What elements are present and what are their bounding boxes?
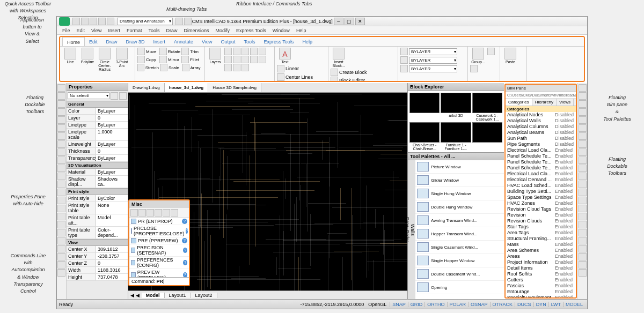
drawing-tab[interactable]: house_3d_1.dwg bbox=[165, 83, 208, 92]
bim-tab[interactable]: Categories bbox=[506, 99, 532, 106]
palette-side-tab[interactable]: Walls bbox=[410, 160, 415, 299]
status-toggle-ducs[interactable]: DUCS bbox=[515, 302, 533, 307]
toolbar-icon[interactable] bbox=[57, 108, 65, 116]
toolbar-icon[interactable] bbox=[579, 100, 587, 108]
layer-icon[interactable] bbox=[224, 64, 232, 71]
maximize-button[interactable]: ▢ bbox=[345, 18, 354, 25]
palette-item[interactable]: Opening bbox=[415, 281, 504, 294]
centerlines-icon[interactable] bbox=[277, 73, 284, 81]
toolbar-icon[interactable] bbox=[57, 132, 65, 140]
toolbar-icon[interactable] bbox=[579, 173, 587, 180]
toolbar-icon[interactable] bbox=[579, 140, 587, 148]
bim-category-row[interactable]: Panel Schedule Te...Enabled bbox=[506, 153, 576, 159]
insert-block-button[interactable]: Insert Block... bbox=[331, 48, 347, 68]
qat-icon[interactable] bbox=[184, 18, 192, 25]
palette-item[interactable]: Single Hung Window bbox=[415, 187, 504, 200]
toolbar-icon[interactable] bbox=[579, 165, 587, 172]
menu-file[interactable]: File bbox=[59, 26, 74, 34]
misc-icon[interactable] bbox=[138, 209, 146, 217]
bim-category-row[interactable]: FasciasEnabled bbox=[506, 283, 576, 289]
block-thumbnail[interactable]: arbol 3D bbox=[441, 93, 471, 121]
bim-category-row[interactable]: Project InformationEnabled bbox=[506, 259, 576, 265]
menu-modify[interactable]: Modify bbox=[212, 26, 233, 34]
menu-insert[interactable]: Insert bbox=[105, 26, 123, 34]
layers-button[interactable]: Layers bbox=[207, 48, 223, 64]
modify-array[interactable]: Array bbox=[182, 64, 203, 71]
drawing-tab[interactable]: Drawing1.dwg bbox=[128, 83, 165, 92]
ribbon-tab-express-tools[interactable]: Express Tools bbox=[260, 37, 298, 46]
ribbon-tab-insert[interactable]: Insert bbox=[149, 37, 170, 46]
minimize-button[interactable]: – bbox=[334, 18, 343, 25]
toolbar-icon[interactable] bbox=[579, 108, 587, 116]
toolbar-icon[interactable] bbox=[57, 213, 65, 220]
bim-category-row[interactable]: Roof SoffitsEnabled bbox=[506, 271, 576, 277]
util-icon[interactable] bbox=[470, 65, 478, 72]
status-toggle-otrack[interactable]: OTRACK bbox=[490, 302, 515, 307]
toolbar-icon[interactable] bbox=[57, 84, 65, 92]
bim-category-row[interactable]: Space Type SettingsEnabled bbox=[506, 195, 576, 200]
toolbar-icon[interactable] bbox=[579, 253, 587, 260]
status-toggle-osnap[interactable]: OSNAP bbox=[468, 302, 490, 307]
toolbar-icon[interactable] bbox=[579, 245, 587, 252]
create-block-Теicon[interactable] bbox=[331, 69, 338, 76]
toolbar-icon[interactable] bbox=[57, 124, 65, 132]
toolbar-icon[interactable] bbox=[579, 156, 587, 164]
bim-category-row[interactable]: EntourageEnabled bbox=[506, 289, 576, 295]
prop-row[interactable]: Thickness0 bbox=[67, 148, 128, 155]
block-thumbnail[interactable]: Chair-Breuer - Chair-Breue... bbox=[409, 122, 440, 151]
prop-row[interactable]: Print style tableNone bbox=[67, 202, 128, 214]
toolbar-icon[interactable] bbox=[57, 237, 65, 244]
modify-fillet[interactable]: Fillet bbox=[181, 56, 202, 63]
palette-item[interactable]: Double Hung Window bbox=[415, 200, 504, 214]
bim-category-row[interactable]: Analytical WallsDisabled bbox=[506, 118, 576, 124]
menu-help[interactable]: Help bbox=[293, 26, 310, 34]
bim-category-row[interactable]: MassEnabled bbox=[506, 242, 576, 248]
qat-redo-icon[interactable] bbox=[107, 18, 114, 25]
qat-new-icon[interactable] bbox=[72, 18, 80, 25]
cmd-suggestion[interactable]: PRE (PPREVIEW)? bbox=[129, 237, 189, 244]
block-thumbnail[interactable] bbox=[409, 93, 440, 121]
prop-row[interactable]: Width1188.3016 bbox=[67, 267, 128, 274]
bim-category-row[interactable]: Electrical Load Cla...Enabled bbox=[506, 147, 576, 153]
layer-icon[interactable] bbox=[233, 64, 240, 71]
prop-row[interactable]: LinetypeByLayer bbox=[67, 122, 128, 129]
layer-icon[interactable] bbox=[259, 56, 266, 63]
selection-combo[interactable]: No selecti bbox=[68, 92, 109, 99]
toolbar-icon[interactable] bbox=[57, 253, 65, 260]
block-thumbnail[interactable] bbox=[472, 122, 502, 151]
prop-row[interactable]: ColorByLayer bbox=[67, 108, 128, 115]
layout-tab[interactable]: Layout2 bbox=[191, 293, 217, 298]
toolbar-icon[interactable] bbox=[579, 269, 587, 277]
palette-item[interactable]: Picture Window bbox=[415, 160, 504, 174]
lineweight-combo[interactable]: BYLAYER bbox=[409, 57, 457, 64]
prop-group[interactable]: 3D Visualisation bbox=[67, 162, 128, 169]
props-icon[interactable] bbox=[119, 92, 127, 100]
ribbon-tab-draw[interactable]: Draw bbox=[102, 37, 122, 46]
toolbar-icon[interactable] bbox=[579, 132, 587, 140]
toolbar-icon[interactable] bbox=[57, 181, 65, 188]
prop-row[interactable]: Print table att...Model bbox=[67, 214, 128, 227]
toolbar-icon[interactable] bbox=[57, 189, 65, 196]
color-combo[interactable]: BYLAYER bbox=[409, 48, 457, 55]
bim-category-row[interactable]: Pipe SegmentsDisabled bbox=[506, 141, 576, 147]
toolbar-icon[interactable] bbox=[579, 261, 587, 269]
prop-row[interactable]: Height737.0478 bbox=[67, 274, 128, 281]
modify-move[interactable]: Move bbox=[137, 48, 158, 55]
linetype-icon[interactable] bbox=[400, 65, 408, 72]
qat-save-icon[interactable] bbox=[90, 18, 97, 25]
layout-tab[interactable]: Model bbox=[142, 293, 165, 298]
bim-category-row[interactable]: AreasEnabled bbox=[506, 254, 576, 259]
block-thumbnail[interactable]: Casework 1 - Casework 1... bbox=[472, 93, 502, 121]
draw-polyline[interactable]: Polyline bbox=[79, 48, 96, 64]
lineweight-icon[interactable] bbox=[400, 56, 408, 64]
status-toggle-ortho[interactable]: ORTHO bbox=[425, 302, 447, 307]
prop-row[interactable]: Center Y-238.3757 bbox=[67, 253, 128, 260]
misc-icon[interactable] bbox=[147, 209, 154, 217]
prop-row[interactable]: Layer0 bbox=[67, 115, 128, 122]
group-button[interactable]: Group... bbox=[470, 48, 486, 64]
prop-group[interactable]: General bbox=[67, 101, 128, 108]
bim-category-row[interactable]: Electrical Load Cla...Enabled bbox=[506, 171, 576, 177]
layer-icon[interactable] bbox=[241, 64, 249, 71]
toolbar-icon[interactable] bbox=[579, 84, 587, 92]
layer-icon[interactable] bbox=[241, 56, 249, 63]
